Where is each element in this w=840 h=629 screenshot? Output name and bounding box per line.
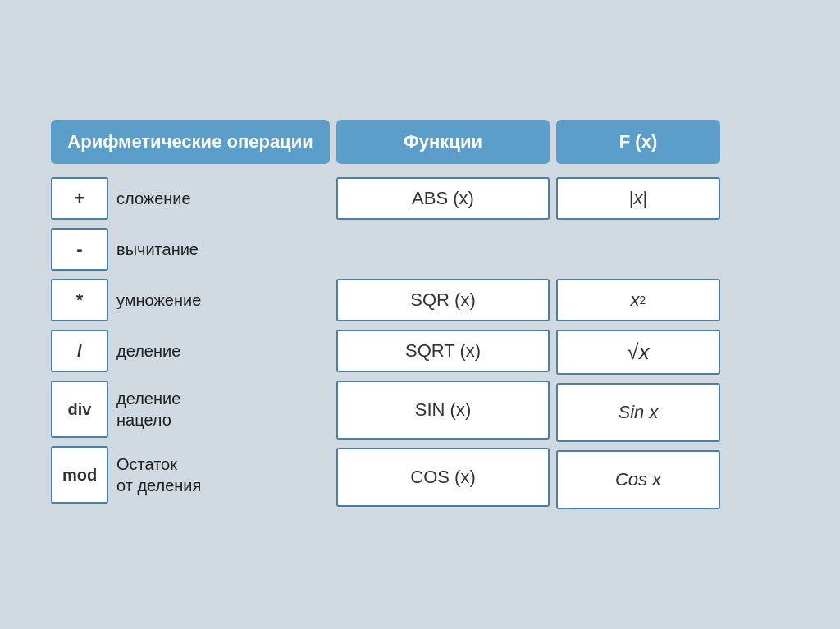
func-box-sin: SIN (x): [336, 381, 550, 440]
arith-item-minus: - вычитание: [51, 228, 330, 271]
op-box-mod: mod: [51, 446, 108, 504]
op-box-minus: -: [51, 228, 108, 271]
op-box-div: /: [51, 330, 108, 372]
arith-item-mul: * умножение: [51, 279, 330, 321]
content-row: + сложение - вычитание * умножение: [51, 177, 789, 509]
header-fx: F (x): [556, 120, 720, 164]
fx-box-abs: |x|: [556, 177, 720, 220]
op-label-minus: вычитание: [116, 240, 199, 259]
header-functions: Функции: [336, 120, 550, 164]
op-label-mul: умножение: [116, 291, 201, 310]
fx-box-sqrt: √x: [556, 330, 720, 375]
main-container: Арифметические операции Функции F (x) + …: [51, 120, 789, 509]
arithmetic-column: + сложение - вычитание * умножение: [51, 177, 330, 509]
header-arithmetic: Арифметические операции: [51, 120, 330, 164]
fx-column: |x| x2 √x Sin x Cos x: [556, 177, 720, 509]
op-label-div: деление: [116, 342, 180, 361]
func-box-sqr: SQR (x): [336, 279, 550, 321]
op-box-divint: div: [51, 381, 108, 438]
header-row: Арифметические операции Функции F (x): [51, 120, 789, 164]
op-label-mod: Остатокот деления: [116, 454, 201, 496]
arith-item-div: / деление: [51, 330, 330, 372]
fx-box-cos: Cos x: [556, 450, 720, 509]
fx-box-sqr: x2: [556, 279, 720, 321]
fx-box-sin: Sin x: [556, 383, 720, 442]
arith-item-divint: div делениенацело: [51, 381, 330, 438]
op-label-plus: сложение: [116, 189, 191, 208]
func-box-abs: ABS (x): [336, 177, 550, 220]
arith-item-plus: + сложение: [51, 177, 330, 220]
functions-column: ABS (x) SQR (x) SQRT (x) SIN (x) COS (x): [336, 177, 550, 509]
arith-item-mod: mod Остатокот деления: [51, 446, 330, 504]
func-box-sqrt: SQRT (x): [336, 330, 550, 372]
op-box-plus: +: [51, 177, 108, 220]
func-box-cos: COS (x): [336, 448, 550, 507]
op-label-divint: делениенацело: [116, 388, 180, 431]
op-box-mul: *: [51, 279, 108, 321]
